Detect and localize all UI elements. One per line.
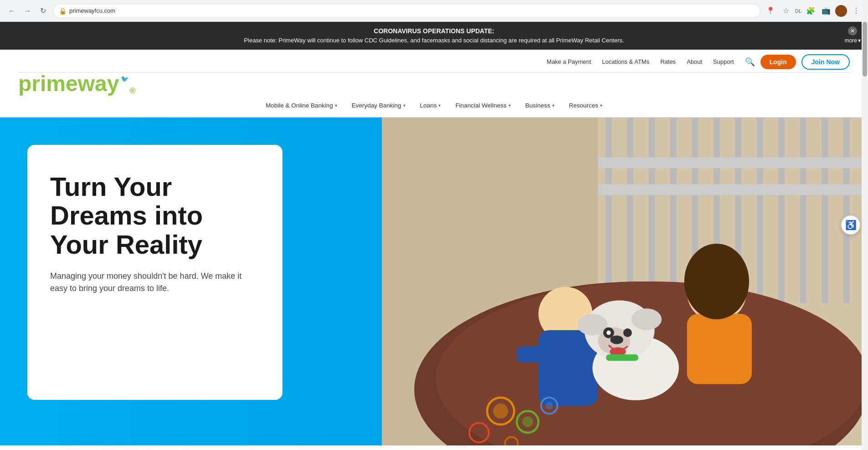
svg-rect-22 xyxy=(687,314,752,384)
zoom-level: DL xyxy=(795,8,801,14)
alert-more-label[interactable]: more ▾ xyxy=(845,36,861,45)
hero-section: Turn Your Dreams into Your Reality Manag… xyxy=(0,118,868,445)
svg-rect-14 xyxy=(598,157,868,168)
logo-reg-mark: ® xyxy=(129,87,135,95)
make-payment-link[interactable]: Make a Payment xyxy=(547,58,591,65)
browser-chrome: ← → ↻ 🔒 primewayfcu.com 📍 ☆ DL 🧩 📺 ⋮ xyxy=(0,0,868,22)
header-main-row: primeway 🐦 ® xyxy=(0,73,868,98)
accessibility-icon: ♿ xyxy=(845,220,857,230)
back-button[interactable]: ← xyxy=(5,5,18,17)
cast-icon-btn[interactable]: 📺 xyxy=(820,5,832,17)
nav-financial-wellness[interactable]: Financial Wellness ▾ xyxy=(448,98,518,112)
forward-button[interactable]: → xyxy=(21,5,34,17)
svg-point-36 xyxy=(493,403,508,418)
login-button[interactable]: Login xyxy=(760,55,796,69)
about-link[interactable]: About xyxy=(687,58,702,65)
logo-bird-icon: 🐦 xyxy=(121,76,128,82)
close-icon: ✕ xyxy=(848,26,857,36)
hero-headline: Turn Your Dreams into Your Reality xyxy=(50,172,260,259)
reload-button[interactable]: ↻ xyxy=(36,5,49,17)
chevron-down-icon: ▾ xyxy=(600,103,602,108)
bookmark-icon-btn[interactable]: ☆ xyxy=(780,5,792,17)
svg-point-30 xyxy=(623,328,632,337)
scrollbar-thumb[interactable] xyxy=(863,22,867,77)
search-button[interactable]: 🔍 xyxy=(745,57,755,67)
svg-rect-20 xyxy=(517,346,593,363)
hero-subtext: Managing your money shouldn't be hard. W… xyxy=(50,270,260,295)
main-nav: Mobile & Online Banking ▾ Everyday Banki… xyxy=(0,98,868,117)
svg-rect-15 xyxy=(598,184,868,195)
svg-point-41 xyxy=(545,402,553,409)
join-now-button[interactable]: Join Now xyxy=(801,54,850,70)
svg-point-27 xyxy=(632,308,662,330)
lock-icon: 🔒 xyxy=(59,7,67,15)
nav-resources[interactable]: Resources ▾ xyxy=(562,98,610,112)
site-header: Make a Payment Locations & ATMs Rates Ab… xyxy=(0,50,868,118)
locations-atms-link[interactable]: Locations & ATMs xyxy=(602,58,649,65)
chevron-down-icon: ▾ xyxy=(403,103,406,108)
header-top-nav: Make a Payment Locations & ATMs Rates Ab… xyxy=(0,50,868,72)
browser-right-icons: 📍 ☆ DL 🧩 📺 ⋮ xyxy=(764,5,863,17)
nav-everyday-banking[interactable]: Everyday Banking ▾ xyxy=(344,98,413,112)
svg-rect-34 xyxy=(606,354,638,361)
logo-text: primeway xyxy=(18,73,119,95)
url-text: primewayfcu.com xyxy=(69,7,115,14)
support-link[interactable]: Support xyxy=(713,58,734,65)
svg-point-31 xyxy=(606,330,611,334)
svg-point-23 xyxy=(684,244,749,319)
hero-image xyxy=(382,118,868,445)
accessibility-button[interactable]: ♿ xyxy=(841,215,861,235)
alert-close-area[interactable]: ✕ more ▾ xyxy=(845,26,861,45)
chevron-down-icon: ▾ xyxy=(438,103,441,108)
chevron-down-icon: ▾ xyxy=(335,103,337,108)
address-bar[interactable]: 🔒 primewayfcu.com xyxy=(53,4,760,18)
alert-message: Please note: PrimeWay will continue to f… xyxy=(27,36,841,45)
svg-point-32 xyxy=(611,335,623,344)
logo: primeway 🐦 ® xyxy=(18,73,136,95)
svg-point-38 xyxy=(522,416,533,427)
chevron-down-icon: ▾ xyxy=(858,36,861,45)
nav-loans[interactable]: Loans ▾ xyxy=(413,98,448,112)
location-icon-btn[interactable]: 📍 xyxy=(764,5,777,17)
alert-banner: CORONAVIRUS OPERATIONS UPDATE: Please no… xyxy=(0,22,868,50)
alert-title: CORONAVIRUS OPERATIONS UPDATE: xyxy=(27,26,841,36)
user-avatar[interactable] xyxy=(835,5,847,17)
nav-business[interactable]: Business ▾ xyxy=(518,98,562,112)
menu-icon-btn[interactable]: ⋮ xyxy=(850,5,863,17)
nav-mobile-banking[interactable]: Mobile & Online Banking ▾ xyxy=(258,98,344,112)
scrollbar[interactable] xyxy=(862,0,868,445)
hero-content-card: Turn Your Dreams into Your Reality Manag… xyxy=(27,145,282,400)
extensions-icon-btn[interactable]: 🧩 xyxy=(804,5,817,17)
chevron-down-icon: ▾ xyxy=(552,103,555,108)
header-actions: 🔍 Login Join Now xyxy=(745,54,850,70)
chevron-down-icon: ▾ xyxy=(508,103,511,108)
logo-area: primeway 🐦 ® xyxy=(18,73,136,98)
rates-link[interactable]: Rates xyxy=(660,58,676,65)
browser-nav-buttons: ← → ↻ xyxy=(5,5,49,17)
